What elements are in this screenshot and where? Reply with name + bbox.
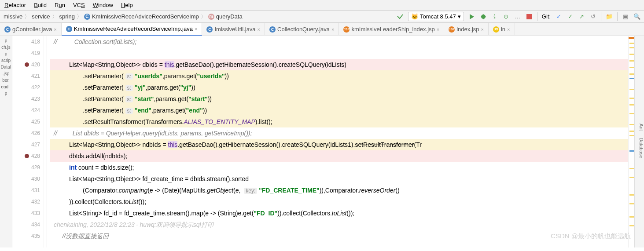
project-structure-icon[interactable]: 📁 xyxy=(606,13,613,20)
gutter-line[interactable]: 433 xyxy=(12,207,44,219)
editor-tab[interactable]: JSPindex.jsp× xyxy=(444,23,489,35)
menu-build[interactable]: Build xyxy=(34,2,47,8)
run-button[interactable] xyxy=(468,13,475,20)
gutter-line[interactable]: 427 xyxy=(12,139,44,150)
gutter-line[interactable]: 428 xyxy=(12,150,44,162)
fold-gutter[interactable] xyxy=(44,36,50,247)
code-line[interactable]: List<Map<String,Object>> ndbIds = this.g… xyxy=(50,139,628,150)
close-icon[interactable]: × xyxy=(195,26,197,32)
gutter-line[interactable]: 418 xyxy=(12,36,44,47)
gutter-line[interactable]: 421 xyxy=(12,70,44,82)
left-tool-panel[interactable]: pch.jspscripDataI.jspber.ead_p xyxy=(0,36,12,247)
code-line[interactable]: dbIds.addAll(ndbIds); xyxy=(50,150,628,162)
stripe-mark[interactable] xyxy=(629,225,634,226)
breadcrumb-item[interactable]: missive xyxy=(4,13,22,20)
left-panel-item[interactable]: p xyxy=(5,91,7,96)
stripe-mark[interactable] xyxy=(629,47,634,48)
breadcrumb-class[interactable]: KmImissiveReceAdviceRecordServiceImp xyxy=(92,13,199,20)
close-icon[interactable]: × xyxy=(54,27,56,32)
profile-button[interactable]: ⊙ xyxy=(503,13,510,20)
editor-tab[interactable]: JSin× xyxy=(489,23,515,35)
code-line[interactable]: List<String> fd_id = fd_create_time.stre… xyxy=(50,207,628,219)
stripe-mark[interactable] xyxy=(629,203,634,204)
coverage-button[interactable]: ⤹ xyxy=(491,13,498,20)
stripe-mark[interactable] xyxy=(629,124,634,125)
stripe-mark[interactable] xyxy=(629,194,634,196)
gutter-line[interactable]: 429 xyxy=(12,162,44,173)
line-gutter[interactable]: 4184194204214224234244254264274284294304… xyxy=(12,36,44,247)
gutter-line[interactable]: 425 xyxy=(12,116,44,127)
error-stripe[interactable] xyxy=(628,36,634,247)
git-history-icon[interactable]: ↺ xyxy=(589,13,596,20)
code-line[interactable]: .setParameter( s: "yj",params.get("yj")) xyxy=(50,82,628,93)
code-line[interactable]: int count = dbIds.size(); xyxy=(50,162,628,173)
code-line[interactable]: // Collection.sort(idLists); xyxy=(50,36,628,47)
menu-window[interactable]: Window xyxy=(93,2,113,8)
ant-tool[interactable]: Ant xyxy=(639,124,644,131)
gutter-line[interactable]: 420 xyxy=(12,59,44,70)
gutter-line[interactable]: 424 xyxy=(12,105,44,116)
gutter-line[interactable]: 430 xyxy=(12,173,44,185)
editor-tab[interactable]: CgController.java× xyxy=(0,23,62,35)
left-panel-item[interactable]: p xyxy=(5,38,7,44)
stripe-mark[interactable] xyxy=(629,113,634,114)
stripe-mark[interactable] xyxy=(629,131,634,132)
menu-run[interactable]: Run xyxy=(55,2,65,8)
code-line[interactable]: .setParameter( s: "start",params.get("st… xyxy=(50,93,628,105)
code-line[interactable]: (Comparator.comparing(e -> (Date)(MapUti… xyxy=(50,185,628,196)
left-panel-item[interactable]: DataI xyxy=(1,64,11,70)
stripe-mark[interactable] xyxy=(629,54,634,55)
breadcrumb-method[interactable]: queryData xyxy=(216,13,243,20)
gutter-line[interactable]: 423 xyxy=(12,93,44,105)
left-panel-item[interactable]: p xyxy=(5,51,7,57)
close-icon[interactable]: × xyxy=(507,27,510,32)
code-line[interactable]: chenkaining, 2022/12/8 22:23 · huwq:双调领导… xyxy=(50,219,628,230)
search-icon[interactable]: 🔍 xyxy=(633,13,640,20)
menu-vcs[interactable]: VCS xyxy=(73,2,85,8)
menu-help[interactable]: Help xyxy=(121,2,133,8)
gutter-line[interactable]: 431 xyxy=(12,185,44,196)
code-line[interactable]: .setParameter( s: "end",params.get("end"… xyxy=(50,105,628,116)
editor-tab[interactable]: CImissiveUtil.java× xyxy=(202,23,265,35)
stop-button[interactable] xyxy=(526,13,533,20)
code-line[interactable] xyxy=(50,47,628,59)
gutter-line[interactable]: 435 xyxy=(12,230,44,242)
run-config-selector[interactable]: 🐱 Tomcat 8.5.47 ▾ xyxy=(408,12,464,21)
menu-refactor[interactable]: Refactor xyxy=(4,2,26,8)
left-panel-item[interactable]: ead_ xyxy=(1,84,11,90)
code-line[interactable]: .setParameter( s: "userIds",params.get("… xyxy=(50,70,628,82)
breadcrumb-item[interactable]: service xyxy=(32,13,50,20)
code-line[interactable]: List<Map<String,Object>> fd_create_time … xyxy=(50,173,628,185)
stripe-mark[interactable] xyxy=(629,89,634,90)
stripe-mark[interactable] xyxy=(629,168,634,169)
close-icon[interactable]: × xyxy=(437,27,439,32)
close-icon[interactable]: × xyxy=(481,27,484,32)
stripe-mark[interactable] xyxy=(629,216,634,218)
code-line[interactable]: List<Map<String,Object>> dbIds = this.ge… xyxy=(50,59,628,70)
left-panel-item[interactable]: ber. xyxy=(2,77,10,83)
code-line[interactable]: //没数据直接返回 xyxy=(50,230,628,242)
left-panel-item[interactable]: ch.js xyxy=(1,44,11,50)
stripe-mark[interactable] xyxy=(629,177,634,178)
gutter-line[interactable]: 426 xyxy=(12,127,44,139)
stripe-mark[interactable] xyxy=(629,73,634,75)
breadcrumb-item[interactable]: spring xyxy=(59,13,75,20)
stripe-mark[interactable] xyxy=(629,150,634,152)
run-anything-icon[interactable]: ▣ xyxy=(622,13,629,20)
editor-tab[interactable]: CKmImissiveReceAdviceRecordServiceImp.ja… xyxy=(62,23,202,36)
left-panel-item[interactable]: .jsp xyxy=(3,71,10,76)
git-commit-icon[interactable]: ✓ xyxy=(567,13,574,20)
left-panel-item[interactable]: scrip xyxy=(1,58,11,63)
editor-tab[interactable]: CCollectionQuery.java× xyxy=(265,23,339,35)
stripe-mark[interactable] xyxy=(629,78,634,79)
code-line[interactable]: )).collect(Collectors.toList()); xyxy=(50,196,628,207)
stripe-mark[interactable] xyxy=(629,60,634,62)
debug-button[interactable] xyxy=(480,13,487,20)
git-update-icon[interactable]: ✓ xyxy=(555,13,562,20)
code-line[interactable]: // List dbIds = QueryHelper.query(idList… xyxy=(50,127,628,139)
close-icon[interactable]: × xyxy=(331,27,334,32)
build-icon[interactable] xyxy=(397,13,404,20)
stripe-mark[interactable] xyxy=(629,98,634,99)
gutter-line[interactable]: 422 xyxy=(12,82,44,93)
gutter-line[interactable]: 419 xyxy=(12,47,44,59)
